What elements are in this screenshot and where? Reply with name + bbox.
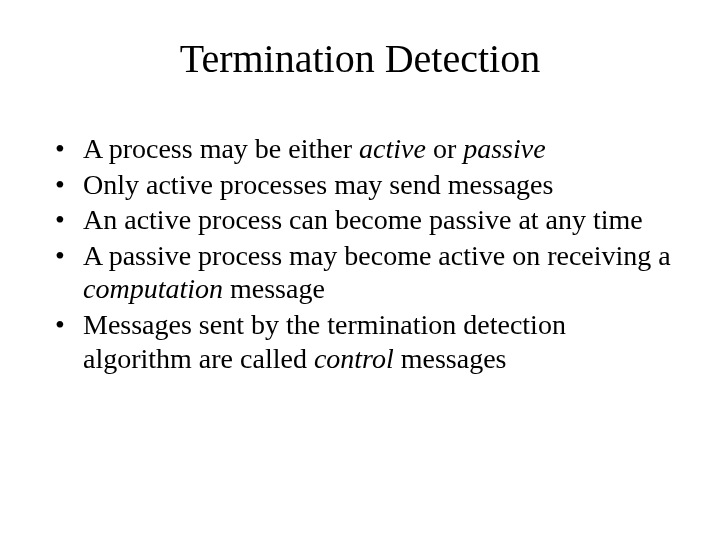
text-segment: A passive process may become active on r… <box>83 240 671 271</box>
text-segment: computation <box>83 273 223 304</box>
text-segment: active <box>359 133 426 164</box>
text-segment: messages <box>394 343 507 374</box>
bullet-item: Only active processes may send messages <box>55 168 680 202</box>
bullet-item: A process may be either active or passiv… <box>55 132 680 166</box>
text-segment: control <box>314 343 394 374</box>
text-segment: message <box>223 273 325 304</box>
bullet-item: Messages sent by the termination detecti… <box>55 308 680 375</box>
bullet-list: A process may be either active or passiv… <box>40 132 680 375</box>
text-segment: A process may be either <box>83 133 359 164</box>
text-segment: An active process can become passive at … <box>83 204 643 235</box>
bullet-item: An active process can become passive at … <box>55 203 680 237</box>
text-segment: or <box>426 133 463 164</box>
bullet-item: A passive process may become active on r… <box>55 239 680 306</box>
slide-title: Termination Detection <box>40 35 680 82</box>
text-segment: passive <box>463 133 545 164</box>
text-segment: Only active processes may send messages <box>83 169 553 200</box>
